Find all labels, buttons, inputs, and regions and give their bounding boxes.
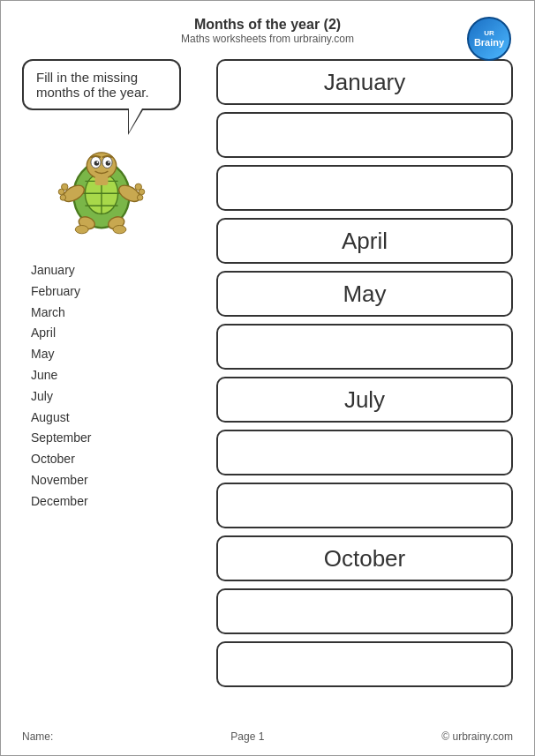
month-box-filled: January — [216, 59, 513, 105]
logo-circle: URBrainy — [467, 17, 511, 61]
name-label: Name: — [22, 730, 53, 743]
right-panel: JanuaryAprilMayJulyOctober — [216, 59, 513, 687]
svg-point-25 — [113, 226, 126, 234]
svg-point-11 — [96, 161, 98, 163]
worksheet-page: Months of the year (2) Maths worksheets … — [0, 0, 535, 756]
page-subtitle: Maths worksheets from urbrainy.com — [22, 33, 513, 45]
month-reference-list: JanuaryFebruaryMarchAprilMayJuneJulyAugu… — [22, 260, 91, 513]
month-list-item: June — [31, 365, 91, 386]
svg-point-24 — [75, 226, 88, 234]
header: Months of the year (2) Maths worksheets … — [22, 17, 513, 45]
left-panel: Fill in the missing months of the year. — [22, 59, 207, 687]
month-box-empty[interactable] — [216, 588, 513, 634]
month-box-empty[interactable] — [216, 641, 513, 687]
month-list-item: July — [31, 386, 91, 408]
svg-point-10 — [106, 161, 111, 166]
month-box-filled: April — [216, 218, 513, 264]
month-list-item: April — [31, 323, 91, 344]
month-list-item: September — [31, 428, 91, 449]
svg-point-20 — [139, 189, 145, 195]
copyright: © urbrainy.com — [441, 730, 513, 743]
month-list-item: May — [31, 344, 91, 365]
turtle-svg — [49, 128, 154, 243]
instruction-text: Fill in the missing months of the year. — [36, 70, 149, 100]
footer: Name: Page 1 © urbrainy.com — [22, 730, 513, 743]
svg-point-18 — [60, 195, 66, 201]
month-box-filled: May — [216, 271, 513, 317]
month-list-item: October — [31, 449, 91, 470]
month-list-item: December — [31, 491, 91, 513]
month-box-empty[interactable] — [216, 430, 513, 475]
month-list-item: November — [31, 470, 91, 491]
main-content: Fill in the missing months of the year. — [22, 59, 513, 687]
month-box-empty[interactable] — [216, 483, 513, 528]
month-box-filled: October — [216, 535, 513, 581]
turtle-illustration — [22, 128, 181, 243]
month-list-item: August — [31, 408, 91, 429]
page-title: Months of the year (2) — [22, 17, 513, 33]
svg-point-21 — [137, 195, 143, 201]
logo: URBrainy — [467, 17, 513, 63]
month-box-empty[interactable] — [216, 324, 513, 370]
svg-rect-13 — [95, 176, 109, 185]
month-box-empty[interactable] — [216, 112, 513, 158]
svg-point-9 — [94, 161, 100, 166]
instruction-bubble: Fill in the missing months of the year. — [22, 59, 181, 110]
month-list-item: February — [31, 281, 91, 303]
month-box-empty[interactable] — [216, 165, 513, 211]
month-list-item: January — [31, 260, 91, 281]
month-list-item: March — [31, 303, 91, 324]
svg-point-12 — [108, 161, 109, 163]
svg-point-17 — [58, 189, 64, 195]
month-box-filled: July — [216, 377, 513, 423]
page-number: Page 1 — [230, 730, 264, 743]
